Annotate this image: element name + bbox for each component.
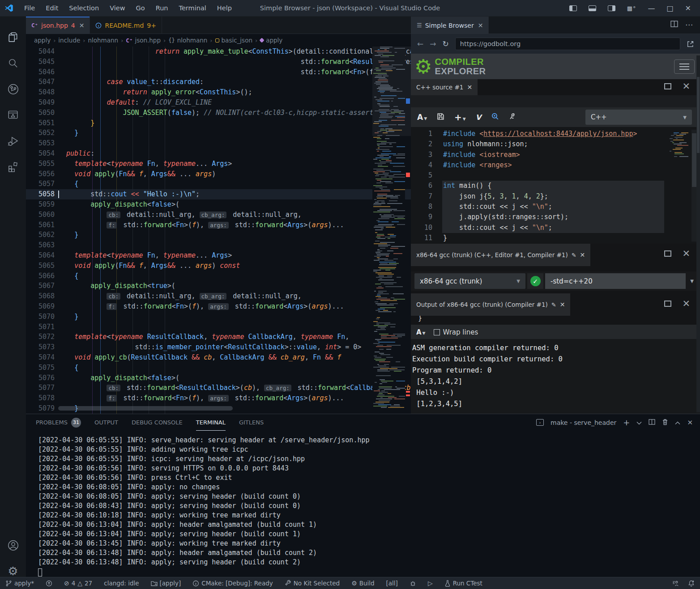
cmake-status[interactable]: CMake: [Debug]: Ready [192,580,273,587]
cmake-icon[interactable] [0,104,26,126]
ce-source-editor[interactable]: 1#include <https://localhost:8443/apply/… [411,127,700,244]
menu-selection[interactable]: Selection [64,3,103,13]
add-pane-button[interactable]: +▼ [454,112,466,123]
terminal-output[interactable]: [2022-04-30 06:05:55] INFO: serve_header… [38,436,370,576]
split-editor-icon[interactable] [670,21,678,29]
browser-scrollbar[interactable] [696,55,700,412]
close-pane-icon[interactable]: ✕ [682,301,690,307]
tab-close-icon[interactable]: ✕ [79,22,85,29]
breadcrumb-item[interactable]: basic_json [215,37,252,44]
feedback-icon[interactable] [672,580,679,587]
compiler-select[interactable]: x86-64 gcc (trunk)▼ [414,273,525,289]
more-actions-icon[interactable]: ⋯ [685,20,693,29]
run-debug-icon[interactable] [0,130,26,152]
font-size-button[interactable]: A▼ [416,328,426,336]
close-icon[interactable]: ✕ [560,301,565,308]
edit-icon[interactable]: ✎ [572,252,576,258]
build-button[interactable]: ⚙ Build [351,580,374,587]
account-icon[interactable] [0,534,26,556]
breadcrumb-item[interactable]: nlohmann [88,37,118,44]
ctest-button[interactable]: Run CTest [444,580,482,587]
breadcrumb-item[interactable]: apply [34,37,51,44]
split-terminal-icon[interactable] [649,419,655,426]
toggle-panel-icon[interactable] [589,5,596,11]
tab-json-hpp[interactable]: C⁺ json.hpp 4 ✕ [26,17,90,34]
forward-icon[interactable]: → [430,39,436,48]
menu-edit[interactable]: Edit [41,3,63,13]
maximize-pane-icon[interactable] [664,83,671,89]
kit-status[interactable]: No Kit Selected [285,580,340,587]
tab-terminal[interactable]: TERMINAL [196,414,226,431]
close-button[interactable]: ✕ [685,4,691,13]
ce-output-tab[interactable]: Output of x86-64 gcc (trunk) (Compiler #… [411,293,570,316]
close-pane-icon[interactable]: ✕ [682,250,690,257]
pin-icon[interactable] [509,113,516,122]
menu-file[interactable]: File [20,3,39,13]
source-control-icon[interactable] [0,78,26,100]
menu-terminal[interactable]: Terminal [175,3,211,13]
toggle-secondary-sidebar-icon[interactable] [608,5,615,11]
notifications-bell-icon[interactable] [688,580,695,587]
horizontal-scrollbar[interactable] [58,406,233,411]
toggle-sidebar-icon[interactable] [569,5,577,11]
close-panel-icon[interactable]: ✕ [687,419,693,427]
clangd-status[interactable]: clangd: idle [104,580,139,587]
zoom-search-icon[interactable] [491,112,499,122]
maximize-button[interactable]: □ [666,4,673,13]
tab-simple-browser[interactable]: ☰ Simple Browser ✕ [411,17,489,34]
build-target[interactable]: [all] [386,580,398,587]
reload-icon[interactable]: ↻ [443,39,449,48]
wrap-lines-checkbox[interactable]: Wrap lines [434,328,478,336]
close-icon[interactable]: ✕ [580,251,585,258]
ce-source-tab[interactable]: C++ source #1✕ [411,79,478,95]
terminal-instance-label[interactable]: make - serve_header [551,419,616,426]
breadcrumb-item[interactable]: C⁺json.hpp [126,37,161,44]
breadcrumb-item[interactable]: apply [260,37,282,44]
ce-compiler-tab[interactable]: x86-64 gcc (trunk) (C++, Editor #1, Comp… [411,244,590,266]
breadcrumb-item[interactable]: {}nlohmann [168,37,207,44]
explorer-icon[interactable] [0,26,26,48]
font-size-button[interactable]: A▼ [417,113,427,122]
new-terminal-icon[interactable]: + [623,418,630,427]
edit-icon[interactable]: ✎ [551,301,556,308]
menu-run[interactable]: Run [151,3,173,13]
extensions-icon[interactable] [0,156,26,178]
tab-output[interactable]: OUTPUT [94,414,118,431]
launch-target-button[interactable]: ▷ [428,580,433,587]
close-pane-icon[interactable]: ✕ [682,83,690,89]
minimize-button[interactable]: — [648,4,655,13]
compiler-options-input[interactable]: -std=c++20 [545,273,686,289]
maximize-pane-icon[interactable] [664,301,671,307]
debug-target-button[interactable] [410,580,416,587]
tab-gitlens[interactable]: GITLENS [239,414,264,431]
publish-status[interactable] [46,580,52,587]
tab-readme-md[interactable]: README.md 9+ [90,17,162,34]
url-input[interactable]: https://godbolt.org [455,38,680,50]
problems-status[interactable]: ⊘4 △27 [64,580,92,587]
chevron-down-icon[interactable]: ▼ [687,273,696,289]
editor-scrollbar[interactable] [405,47,411,414]
maximize-panel-icon[interactable] [675,419,680,426]
tab-problems[interactable]: PROBLEMS31 [36,414,81,431]
code-editor[interactable]: 5044 return apply_make_tuple<ConstThis>(… [26,47,411,414]
search-icon[interactable] [0,52,26,74]
tab-close-icon[interactable]: ✕ [478,22,483,29]
customize-layout-icon[interactable]: ▩° [627,5,636,12]
kill-terminal-icon[interactable] [662,419,668,427]
vim-mode-icon[interactable]: V [476,113,481,122]
menu-go[interactable]: Go [132,3,149,13]
open-external-icon[interactable] [687,40,694,47]
terminal-dropdown-icon[interactable] [636,419,642,426]
save-icon[interactable] [437,113,444,122]
menu-view[interactable]: View [105,3,129,13]
language-select[interactable]: C++▼ [585,110,692,125]
close-icon[interactable]: ✕ [467,84,472,91]
menu-help[interactable]: Help [213,3,236,13]
branch-status[interactable]: apply* [5,580,34,587]
breadcrumb-item[interactable]: include [58,37,80,44]
maximize-pane-icon[interactable] [664,250,671,257]
tab-debug-console[interactable]: DEBUG CONSOLE [132,414,183,431]
back-icon[interactable]: ← [417,39,423,48]
cmake-folder-status[interactable]: [apply] [151,580,181,587]
hamburger-menu-icon[interactable] [674,59,695,74]
